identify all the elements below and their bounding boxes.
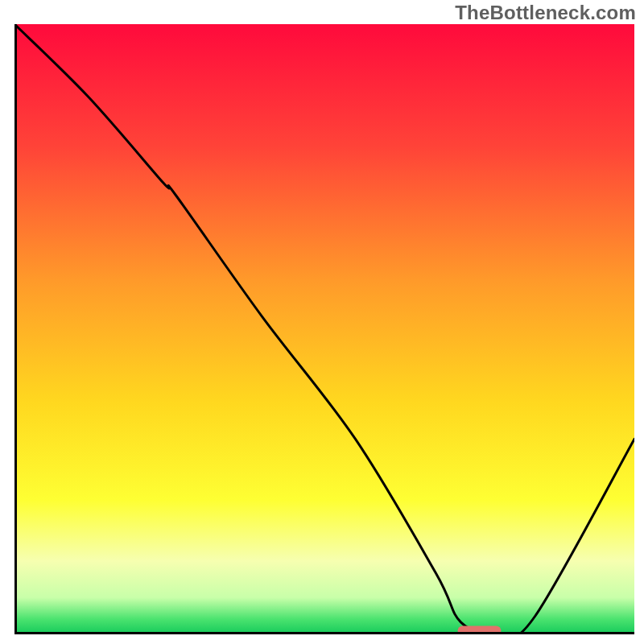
chart-svg xyxy=(14,24,634,634)
chart-frame: TheBottleneck.com xyxy=(0,0,644,644)
gradient-rect xyxy=(14,24,634,634)
optimal-marker xyxy=(458,625,502,634)
watermark-text: TheBottleneck.com xyxy=(455,2,636,24)
plot-area xyxy=(14,24,634,634)
